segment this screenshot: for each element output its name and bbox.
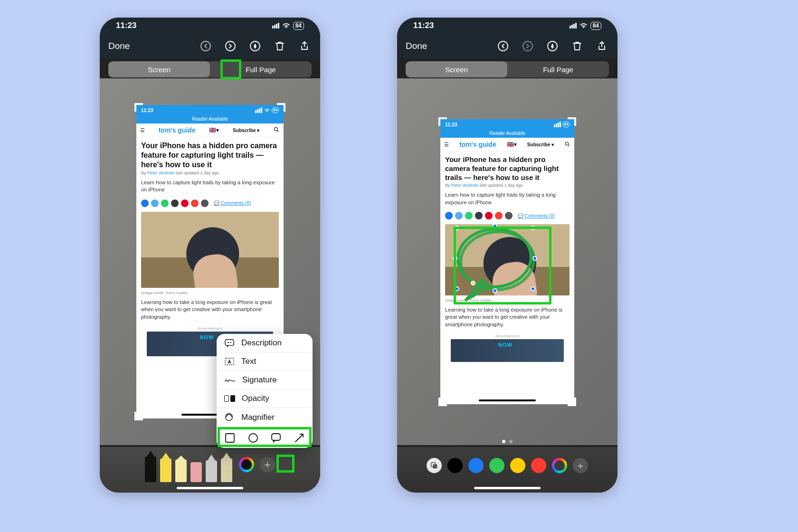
subscribe-link[interactable]: Subscribe ▾	[233, 128, 259, 133]
eraser-tool[interactable]	[190, 462, 202, 482]
crop-preview[interactable]: 11:23 84 Reader Available ☰ tom's guide …	[440, 119, 574, 404]
color-green[interactable]	[489, 458, 504, 473]
shape-square-button[interactable]	[225, 433, 235, 443]
battery-icon: 84	[590, 22, 601, 30]
subscribe-link[interactable]: Subscribe ▾	[527, 142, 554, 147]
ruler-tool[interactable]	[221, 458, 232, 482]
svg-rect-11	[272, 434, 280, 440]
segmented-control[interactable]: Screen Full Page	[406, 61, 609, 77]
share-icon	[597, 40, 607, 52]
comments-link[interactable]: 💬 Comments (0)	[518, 213, 555, 218]
share-button[interactable]	[595, 39, 609, 53]
article-deck: Learn how to capture light trails by tak…	[440, 188, 574, 210]
svg-rect-7	[225, 358, 234, 365]
color-picker-button[interactable]	[239, 457, 254, 472]
duplicate-shape-button[interactable]	[427, 458, 442, 473]
redo-button[interactable]	[521, 39, 535, 53]
shape-arrow-button[interactable]	[294, 433, 304, 443]
markup-top-toolbar: Done	[397, 34, 618, 58]
social-share-row: 💬 Comments (0)	[136, 198, 284, 209]
popup-text[interactable]: Text	[217, 352, 313, 371]
reddit-icon[interactable]	[475, 212, 483, 219]
flipboard-icon[interactable]	[191, 200, 199, 207]
shape-circle-button[interactable]	[248, 433, 258, 443]
trash-icon	[275, 40, 285, 52]
markup-toggle-button[interactable]	[248, 39, 262, 53]
whatsapp-icon[interactable]	[161, 200, 169, 207]
delete-button[interactable]	[273, 39, 287, 53]
opacity-icon	[224, 395, 235, 402]
shape-speech-button[interactable]	[271, 433, 281, 443]
tab-full-page[interactable]: Full Page	[210, 61, 312, 77]
facebook-icon[interactable]	[141, 200, 149, 207]
twitter-icon[interactable]	[455, 212, 463, 219]
home-indicator	[177, 487, 243, 489]
popup-description[interactable]: Description	[217, 334, 313, 352]
reddit-icon[interactable]	[171, 200, 179, 207]
article-headline: Your iPhone has a hidden pro camera feat…	[440, 152, 574, 183]
share-button[interactable]	[297, 39, 312, 53]
color-black[interactable]	[447, 458, 463, 473]
share-icon	[299, 40, 310, 52]
done-button[interactable]: Done	[108, 41, 130, 51]
svg-point-5	[228, 342, 229, 343]
article-body: Learning how to take a long exposure on …	[440, 303, 574, 332]
hamburger-icon[interactable]: ☰	[444, 142, 449, 148]
email-icon[interactable]	[201, 200, 209, 207]
byline: By Peter Wolinski last updated 1 day ago	[440, 183, 574, 188]
popup-magnifier[interactable]: Magnifier	[217, 408, 313, 428]
description-icon	[224, 339, 235, 347]
color-blue[interactable]	[468, 458, 484, 473]
markup-toggle-button[interactable]	[545, 39, 560, 53]
lasso-tool[interactable]	[206, 460, 217, 482]
cellular-icon	[570, 23, 577, 28]
undo-button[interactable]	[199, 39, 213, 53]
delete-button[interactable]	[570, 39, 584, 53]
redo-button[interactable]	[223, 39, 238, 53]
oval-annotation[interactable]	[456, 228, 551, 304]
add-button[interactable]: ＋	[573, 458, 588, 473]
pinterest-icon[interactable]	[181, 200, 189, 207]
flipboard-icon[interactable]	[495, 212, 503, 219]
site-logo[interactable]: tom's guide	[459, 141, 496, 148]
pinterest-icon[interactable]	[485, 212, 493, 219]
site-logo[interactable]: tom's guide	[159, 126, 196, 134]
tab-screen[interactable]: Screen	[108, 61, 210, 77]
cellular-icon	[554, 122, 561, 127]
author-link[interactable]: Peter Wolinski	[451, 183, 478, 188]
add-shape-popup: Description Text Signature Opacity Magni…	[217, 334, 313, 448]
color-yellow[interactable]	[510, 458, 525, 473]
twitter-icon[interactable]	[151, 200, 159, 207]
email-icon[interactable]	[505, 212, 513, 219]
byline: By Peter Wolinski last updated 1 day ago	[136, 171, 284, 175]
add-button[interactable]: ＋	[260, 457, 275, 472]
popup-opacity[interactable]: Opacity	[217, 390, 313, 408]
tab-full-page[interactable]: Full Page	[507, 61, 609, 77]
author-link[interactable]: Peter Wolinski	[147, 171, 174, 175]
page-dot	[509, 440, 513, 443]
segmented-control[interactable]: Screen Full Page	[108, 61, 312, 77]
tab-screen[interactable]: Screen	[406, 61, 507, 77]
done-button[interactable]: Done	[406, 41, 427, 51]
whatsapp-icon[interactable]	[465, 212, 473, 219]
highlighter-tool[interactable]	[175, 459, 187, 482]
inner-status-bar: 11:23 84	[136, 105, 284, 115]
search-icon[interactable]	[564, 141, 570, 148]
marker-tool[interactable]	[160, 458, 171, 482]
ad-brand: NOW	[200, 334, 214, 340]
facebook-icon[interactable]	[445, 212, 453, 219]
color-picker-button[interactable]	[552, 458, 567, 473]
region-flag-icon[interactable]: 🇬🇧▾	[507, 141, 517, 148]
popup-signature[interactable]: Signature	[217, 371, 313, 390]
comments-link[interactable]: 💬 Comments (0)	[214, 200, 251, 206]
search-icon[interactable]	[273, 126, 280, 134]
color-red[interactable]	[531, 458, 546, 473]
undo-button[interactable]	[496, 39, 510, 53]
hamburger-icon[interactable]: ☰	[140, 127, 145, 133]
region-flag-icon[interactable]: 🇬🇧▾	[209, 127, 219, 133]
svg-point-3	[274, 127, 277, 131]
social-share-row: 💬 Comments (0)	[440, 210, 574, 221]
svg-point-0	[201, 41, 210, 51]
pen-tool[interactable]	[145, 456, 156, 482]
ad-banner[interactable]: NOW	[451, 339, 564, 362]
